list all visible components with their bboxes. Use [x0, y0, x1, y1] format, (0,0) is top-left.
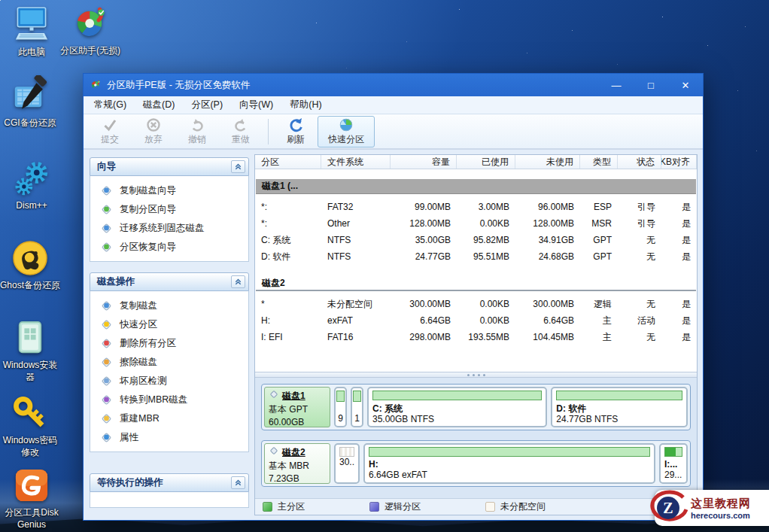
- toolbar-button-discard[interactable]: 放弃: [132, 116, 175, 147]
- primary-swatch-icon: [263, 502, 272, 512]
- partition-usage-bar: [353, 391, 361, 402]
- sidebar-panel: 向导复制磁盘向导复制分区向导迁移系统到固态磁盘分区恢复向导: [90, 157, 249, 262]
- disk-label[interactable]: 磁盘2基本 MBR7.23GB: [264, 443, 330, 484]
- toolbar-button-undo[interactable]: 撤销: [175, 116, 219, 147]
- toolbar-button-quick-partition[interactable]: 快速分区: [318, 116, 375, 147]
- menu-item[interactable]: 帮助(H): [281, 96, 330, 114]
- toolbar-button-commit[interactable]: 提交: [88, 116, 132, 147]
- partition-row[interactable]: *:Other128.00MB0.00KB128.00MBMSR引导是: [255, 215, 697, 232]
- sidebar-item[interactable]: 复制磁盘: [90, 296, 248, 315]
- sidebar-item[interactable]: 复制分区向导: [90, 200, 248, 219]
- column-header[interactable]: 4KB对齐: [661, 155, 697, 169]
- partition-cell: FAT32: [321, 202, 391, 212]
- sidebar-item[interactable]: 快速分区: [90, 315, 248, 334]
- partition-block[interactable]: H:6.64GB exFAT: [363, 443, 655, 484]
- sidebar-item[interactable]: 坏扇区检测: [90, 372, 248, 391]
- partition-cell: 96.00MB: [515, 202, 580, 212]
- disk-group-header[interactable]: 磁盘2: [256, 276, 696, 291]
- partition-info: 24.77GB NTFS: [556, 414, 682, 424]
- sidebar-item-label: 擦除磁盘: [120, 356, 157, 369]
- partition-block[interactable]: I:...29...: [659, 443, 688, 484]
- partition-cell: 无: [618, 331, 661, 344]
- toolbar-button-refresh[interactable]: 刷新: [274, 116, 318, 147]
- column-header[interactable]: 状态: [618, 155, 661, 169]
- unallocated-swatch-icon: [485, 502, 495, 512]
- menu-item[interactable]: 分区(P): [183, 96, 231, 114]
- tool-bar: 提交放弃撤销重做刷新快速分区: [84, 114, 703, 150]
- menu-item[interactable]: 常规(G): [86, 96, 135, 114]
- partition-row[interactable]: *未分配空间300.00MB0.00KB300.00MB逻辑无是: [255, 296, 697, 312]
- sidebar-item[interactable]: 迁移系统到固态磁盘: [90, 219, 248, 238]
- sidebar-panel-header[interactable]: 向导: [90, 157, 249, 176]
- partition-usage-bar: [556, 391, 682, 400]
- disk-size: 60.00GB: [269, 416, 326, 429]
- logical-swatch-icon: [369, 502, 379, 512]
- chevron-up-double-icon[interactable]: [231, 275, 245, 288]
- action-diamond-icon: [100, 375, 113, 388]
- partition-cell: 24.68GB: [515, 251, 580, 262]
- column-header[interactable]: 类型: [580, 155, 618, 169]
- partition-cell: *: [255, 299, 321, 309]
- partition-block[interactable]: 30...: [334, 443, 360, 484]
- menu-item[interactable]: 向导(W): [231, 96, 281, 114]
- menu-item[interactable]: 磁盘(D): [135, 96, 183, 114]
- column-header[interactable]: 未使用: [515, 155, 580, 169]
- splitter-handle[interactable]: [255, 372, 697, 378]
- column-header[interactable]: 分区: [255, 155, 321, 169]
- desktop-shortcut[interactable]: 分区工具DiskGenius: [2, 465, 62, 530]
- sidebar-item[interactable]: 分区恢复向导: [90, 238, 248, 257]
- column-header[interactable]: 文件系统: [321, 155, 391, 169]
- sidebar-panel-header[interactable]: 等待执行的操作: [90, 473, 249, 492]
- desktop-shortcut-label: Ghost备份还原: [0, 280, 60, 292]
- close-button[interactable]: ✕: [668, 74, 703, 96]
- sidebar-panel-body: 复制磁盘快速分区删除所有分区擦除磁盘坏扇区检测转换到MBR磁盘重建MBR属性: [90, 291, 249, 452]
- partition-row[interactable]: H:exFAT6.64GB0.00KB6.64GB主活动是: [255, 312, 697, 329]
- desktop-shortcut[interactable]: Dism++: [2, 158, 62, 212]
- sidebar-panel-title: 向导: [97, 160, 231, 173]
- partition-cell: ESP: [580, 202, 618, 212]
- toolbar-button-label: 重做: [232, 133, 250, 146]
- chevron-up-double-icon[interactable]: [231, 160, 245, 173]
- desktop-shortcut[interactable]: Ghost备份还原: [0, 238, 60, 292]
- title-bar[interactable]: 分区助手PE版 - 无损分区免费软件 — □ ✕: [84, 74, 703, 96]
- sidebar-item[interactable]: 转换到MBR磁盘: [90, 391, 248, 409]
- desktop-shortcut[interactable]: Windows安装器: [0, 318, 60, 383]
- pending-operations-list: [90, 492, 249, 508]
- sidebar-item[interactable]: 删除所有分区: [90, 334, 248, 353]
- partition-cell: MSR: [580, 218, 618, 229]
- window-body: 向导复制磁盘向导复制分区向导迁移系统到固态磁盘分区恢复向导磁盘操作复制磁盘快速分…: [84, 150, 703, 520]
- sidebar-item[interactable]: 复制磁盘向导: [90, 181, 248, 200]
- desktop-shortcut[interactable]: 此电脑: [2, 5, 62, 59]
- minimize-button[interactable]: —: [599, 74, 634, 96]
- partition-cell: 298.00MB: [391, 332, 457, 342]
- chevron-up-double-icon[interactable]: [231, 476, 245, 489]
- column-header[interactable]: 容量: [391, 155, 457, 169]
- sidebar-item[interactable]: 擦除磁盘: [90, 353, 248, 372]
- column-header[interactable]: 已使用: [457, 155, 515, 169]
- partition-row[interactable]: *:FAT3299.00MB3.00MB96.00MBESP引导是: [255, 199, 697, 215]
- partition-block[interactable]: 1: [351, 387, 363, 427]
- desktop-shortcut[interactable]: 分区助手(无损): [60, 3, 120, 57]
- sidebar-item[interactable]: 重建MBR: [90, 409, 248, 428]
- partition-cell: *:: [255, 202, 321, 212]
- disk-partitions: 91C: 系统35.00GB NTFSD: 软件24.77GB NTFS: [334, 387, 688, 427]
- maximize-button[interactable]: □: [634, 74, 668, 96]
- watermark: Z 这里教程网 herecours.com: [655, 490, 769, 526]
- partition-label: H:: [369, 459, 650, 470]
- sidebar-item-label: 重建MBR: [120, 412, 160, 425]
- partition-block[interactable]: 9: [334, 387, 347, 427]
- sidebar-panel-header[interactable]: 磁盘操作: [90, 272, 249, 291]
- partition-row[interactable]: I: EFIFAT16298.00MB193.55MB104.45MB主无是: [255, 329, 697, 345]
- toolbar-button-redo[interactable]: 重做: [219, 116, 263, 147]
- desktop-shortcut[interactable]: CGI备份还原: [0, 75, 60, 129]
- partition-block[interactable]: D: 软件24.77GB NTFS: [551, 387, 688, 427]
- partition-row[interactable]: D: 软件NTFS24.77GB95.51MB24.68GBGPT无是: [255, 248, 697, 265]
- sidebar-item-label: 复制分区向导: [120, 203, 176, 216]
- partition-row[interactable]: C: 系统NTFS35.00GB95.82MB34.91GBGPT无是: [255, 232, 697, 248]
- desktop-shortcut[interactable]: Windows密码修改: [0, 393, 60, 458]
- sidebar-item[interactable]: 属性: [90, 428, 248, 447]
- disk-label[interactable]: 磁盘1基本 GPT60.00GB: [264, 387, 330, 427]
- partition-block[interactable]: C: 系统35.00GB NTFS: [367, 387, 547, 427]
- disk-map: 磁盘1基本 GPT60.00GB91C: 系统35.00GB NTFSD: 软件…: [255, 378, 697, 498]
- disk-group-header[interactable]: 磁盘1 (...: [256, 179, 696, 194]
